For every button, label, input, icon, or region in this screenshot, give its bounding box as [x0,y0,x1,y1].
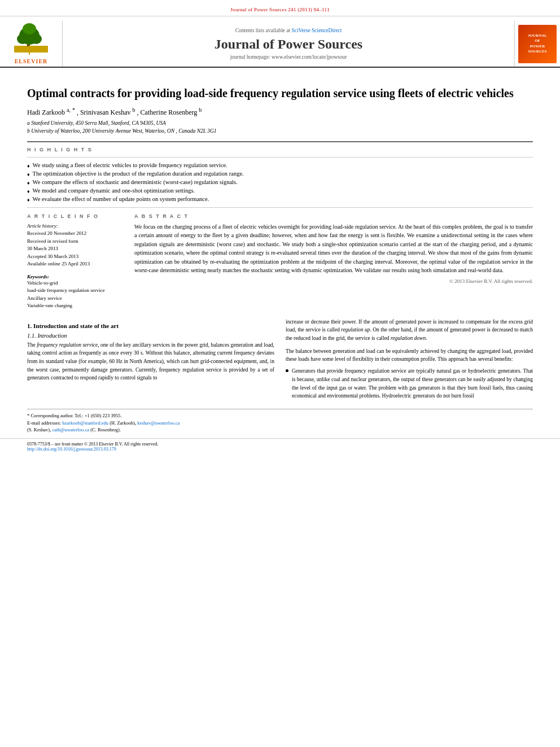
article-title: Optimal contracts for providing load-sid… [27,86,533,101]
footnote-email: E-mail addresses: hzarkoob@stanford.edu … [27,420,533,427]
elsevier-branding: ELSEVIER [0,21,62,67]
doi-link[interactable]: http://dx.doi.org/10.1016/j.jpowsour.201… [27,447,116,452]
section1-para1-cont: increase or decrease their power. If the… [286,318,533,343]
journal-homepage: journal homepage: www.elsevier.com/locat… [230,54,347,60]
copyright-line: © 2013 Elsevier B.V. All rights reserved… [134,278,533,284]
accepted-entry: Accepted 30 March 2013 [27,253,123,261]
highlight-text-2: The optimization objective is the produc… [33,171,244,177]
available-entry: Available online 25 April 2013 [27,260,123,268]
keywords-label: Keywords: [27,274,123,279]
page: Journal of Power Sources 241 (2013) 94–1… [0,0,560,747]
bullet-2: ♦ [27,172,30,177]
highlight-text-1: We study using a fleet of electric vehic… [33,162,228,168]
doi-line: http://dx.doi.org/10.1016/j.jpowsour.201… [27,447,533,452]
highlight-text-4: We model and compare dynamic and one-sho… [33,187,195,194]
highlights-section: H I G H L I G H T S ♦ We study using a f… [27,147,533,208]
kw-3: Ancillary service [27,295,123,303]
kw-2: load-side frequency regulation service [27,287,123,295]
section1-para2: The balance between generation and load … [286,347,533,364]
benefits-list: Generators that provide frequency regula… [286,367,533,400]
sciverse-link[interactable]: SciVerse ScienceDirect [291,28,342,33]
abstract-col: A B S T R A C T We focus on the charging… [134,213,533,310]
email-zarkoob[interactable]: hzarkoob@stanford.edu [62,420,108,426]
typically-word: typically [416,368,435,374]
author-separator: , Srinivasan Keshav [77,108,133,116]
footnote-corresponding-text: * Corresponding author. Tel.: +1 (650) 2… [27,413,121,418]
journal-header: ELSEVIER Contents lists available at Sci… [0,16,560,68]
article-info-abstract: A R T I C L E I N F O Article history: R… [27,213,533,310]
kw-4: Variable-rate charging [27,302,123,310]
section1-heading: 1. Introduction and state of the art [27,322,274,329]
journal-ref: Journal of Power Sources 241 (2013) 94–1… [230,7,329,12]
email-rosenberg[interactable]: cath@uwaterloo.ca [52,427,89,433]
footnotes: * Corresponding author. Tel.: +1 (650) 2… [27,409,533,434]
sciverse-line: Contents lists available at SciVerse Sci… [235,28,342,33]
authors-line: Hadi Zarkoob a, * , Srinivasan Keshav b … [27,107,533,117]
benefit-bullet-1 [286,369,288,372]
history-label: Article history: [27,222,123,230]
svg-point-3 [17,34,28,44]
divider-after-affiliations [27,141,533,142]
footnote-email2: (S. Keshav), cath@uwaterloo.ca (C. Rosen… [27,426,533,434]
journal-logo-text: JOURNALOFPOWERSOURCES [528,33,547,54]
abstract-label: A B S T R A C T [134,213,533,219]
benefit-item-1: Generators that provide frequency regula… [286,367,533,400]
abstract-text: We focus on the charging process of a fl… [134,222,533,275]
affiliation-b: b University of Waterloo, 200 University… [27,127,533,135]
article-info-label: A R T I C L E I N F O [27,213,123,219]
svg-point-4 [30,34,42,44]
highlight-item-3: ♦ We compare the effects of stochastic a… [27,179,533,186]
article-main: Optimal contracts for providing load-sid… [0,68,560,310]
revised-entry: Received in revised form [27,238,123,246]
journal-logo-box: JOURNALOFPOWERSOURCES [518,25,557,63]
footnote-corresponding: * Corresponding author. Tel.: +1 (650) 2… [27,412,533,420]
highlight-text-3: We compare the effects of stochastic and… [33,179,238,185]
author-zarkoob: Hadi Zarkoob [27,108,67,116]
elsevier-tree-icon [11,23,51,57]
affil-a-sup: a, [67,107,71,113]
journal-title: Journal of Power Sources [215,37,362,52]
bottom-bar: 0378-7753/$ – see front matter © 2013 El… [0,438,560,455]
keywords-section: Keywords: Vehicle-to-grid load-side freq… [27,274,123,310]
svg-point-5 [23,23,36,34]
bullet-3: ♦ [27,180,30,186]
affil-b-sup: b [133,107,135,113]
email2-note-text: (S. Keshav), [27,427,51,433]
bullet-5: ♦ [27,197,30,203]
issn-line: 0378-7753/$ – see front matter © 2013 El… [27,442,533,447]
highlights-list: ♦ We study using a fleet of electric veh… [27,162,533,203]
benefit-text-1: Generators that provide frequency regula… [292,367,533,400]
kw-1: Vehicle-to-grid [27,279,123,287]
journal-title-block: Contents lists available at SciVerse Sci… [62,21,515,67]
article-history: Article history: Received 20 November 20… [27,222,123,268]
highlight-item-1: ♦ We study using a fleet of electric veh… [27,162,533,169]
email1-name: (H. Zarkoob), [110,420,136,426]
affiliation-a: a Stanford University, 450 Serra Mall, S… [27,119,533,127]
author-separator2: , Catherine Rosenberg [137,108,199,116]
highlights-bottom-divider [27,207,533,208]
sciverse-text: Contents lists available at [235,28,290,33]
received-entry: Received 20 November 2012 [27,230,123,238]
revised-entry2: 30 March 2013 [27,245,123,253]
body-section: 1. Introduction and state of the art 1.1… [0,318,560,403]
subsection1-heading: 1.1. Introduction [27,333,274,339]
affiliations: a Stanford University, 450 Serra Mall, S… [27,119,533,136]
highlight-item-5: ♦ We evaluate the effect of number of up… [27,196,533,203]
email-keshav[interactable]: keshav@uwaterloo.ca [137,420,180,426]
top-bar: Journal of Power Sources 241 (2013) 94–1… [0,0,560,16]
svg-point-6 [27,46,32,50]
email3-note: (C. Rosenberg). [90,427,121,433]
elsevier-label: ELSEVIER [15,58,48,64]
highlights-label: H I G H L I G H T S [27,147,533,152]
article-info-col: A R T I C L E I N F O Article history: R… [27,213,123,310]
body-right-col: increase or decrease their power. If the… [286,318,533,403]
highlight-item-4: ♦ We model and compare dynamic and one-s… [27,187,533,194]
email-label: E-mail addresses: [27,420,61,426]
journal-logo: JOURNALOFPOWERSOURCES [515,21,560,67]
highlight-text-5: We evaluate the effect of number of upda… [33,196,209,202]
bullet-4: ♦ [27,189,30,194]
body-left-col: 1. Introduction and state of the art 1.1… [27,318,274,403]
affil-b-sup2: b [199,107,202,113]
section1-para1: The frequency regulation service, one of… [27,341,274,383]
corresponding-sup: * [72,107,75,113]
